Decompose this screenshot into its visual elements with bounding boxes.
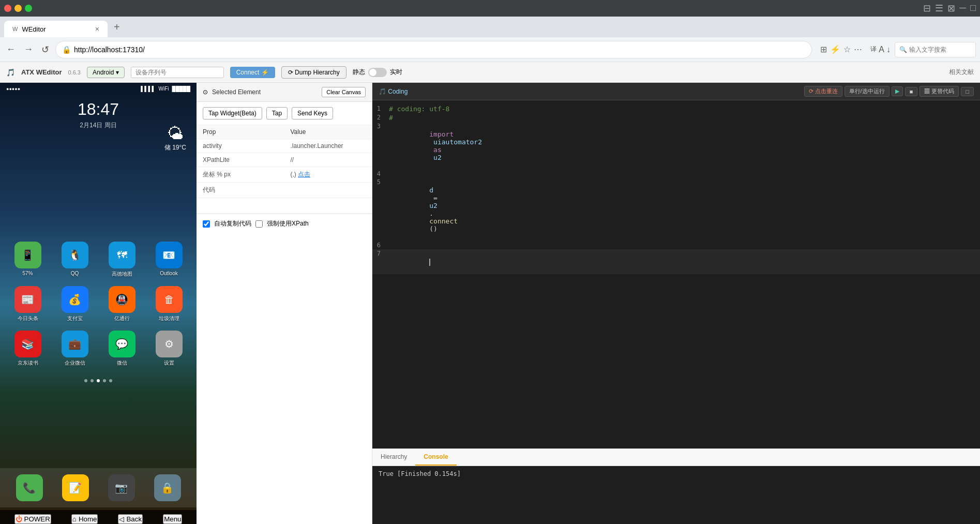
- app-label: 高德地图: [112, 271, 132, 278]
- platform-selector[interactable]: Android ▾: [87, 67, 125, 78]
- line-number: 3: [372, 123, 389, 169]
- phone-time: 18:47: [0, 100, 197, 119]
- tap-btn[interactable]: Tap: [266, 107, 288, 119]
- minimize-window-btn[interactable]: [14, 5, 22, 12]
- list-item[interactable]: ⚙ 设置: [149, 331, 188, 367]
- device-input[interactable]: [131, 67, 224, 78]
- single-run-btn[interactable]: 单行/选中运行: [845, 86, 889, 97]
- back-btn[interactable]: ←: [4, 42, 18, 57]
- var-u2: u2: [429, 202, 438, 209]
- coding-actions: ⟳ 点击重连 单行/选中运行 ▶ ■ ☰ 更替代码 □: [804, 86, 974, 97]
- tab-close-btn[interactable]: ×: [95, 25, 99, 33]
- new-tab-btn[interactable]: +: [110, 19, 124, 35]
- dock-icon: 🔒: [154, 474, 181, 501]
- run-btn[interactable]: ▶: [892, 86, 903, 96]
- line-number: 7: [372, 250, 389, 274]
- tab-hierarchy[interactable]: Hierarchy: [372, 449, 415, 466]
- star-icon[interactable]: ☆: [843, 44, 851, 54]
- list-item[interactable]: 📚 京东读书: [8, 331, 47, 367]
- app-icon-img: 📚: [14, 331, 41, 357]
- click-rerun-btn[interactable]: ⟳ 点击重连: [804, 86, 842, 97]
- app-icon-img: 💰: [62, 286, 88, 313]
- forward-btn[interactable]: →: [22, 42, 35, 57]
- click-link[interactable]: 点击: [298, 171, 310, 178]
- value-header: Value: [284, 125, 372, 139]
- list-item[interactable]: 💬 微信: [102, 331, 141, 367]
- tab-title: WEditor: [22, 25, 46, 33]
- sync-icon[interactable]: ↓: [886, 45, 891, 54]
- list-item[interactable]: 🗺 高德地图: [102, 242, 141, 278]
- auto-copy-checkbox[interactable]: [203, 220, 210, 228]
- tap-widget-btn[interactable]: Tap Widget(Beta): [203, 107, 262, 119]
- replace-code-btn[interactable]: ☰ 更替代码: [919, 86, 959, 97]
- app-label: 亿通行: [114, 315, 130, 322]
- extensions-icon[interactable]: ⊞: [820, 44, 827, 54]
- app-header: 🎵 ATX WEditor 0.6.3 Android ▾ Connect ⚡ …: [0, 62, 980, 83]
- send-keys-btn[interactable]: Send Keys: [292, 107, 333, 119]
- app-icon-img: 📰: [14, 286, 41, 313]
- list-item[interactable]: 🐧 QQ: [55, 242, 94, 278]
- related-docs-link[interactable]: 相关文献: [949, 68, 974, 77]
- power-icon: ⏻: [16, 515, 22, 523]
- signal-icon: ▌▌▌▌: [141, 86, 155, 92]
- home-btn[interactable]: ⌂ Home: [71, 514, 98, 524]
- profile-icon[interactable]: A: [879, 45, 884, 54]
- back-icon: ◁: [119, 515, 124, 523]
- dock-phone[interactable]: 📞: [16, 474, 43, 501]
- right-search-bar[interactable]: 🔍: [895, 42, 976, 57]
- dump-hierarchy-btn[interactable]: ⟳ Dump Hierarchy: [281, 66, 346, 79]
- dock-camera[interactable]: 📷: [108, 474, 135, 501]
- list-item[interactable]: 💼 企业微信: [55, 331, 94, 367]
- stop-btn[interactable]: ■: [905, 87, 918, 96]
- dot-active: [97, 379, 100, 382]
- battery-icon: █████: [172, 86, 190, 92]
- connect-btn[interactable]: Connect ⚡: [230, 67, 275, 78]
- code-editor[interactable]: 1 # coding: utf-8 2 # 3 import uiautomat…: [372, 100, 980, 448]
- clear-canvas-btn[interactable]: Clear Canvas: [322, 87, 366, 97]
- auto-copy-label: 自动复制代码: [214, 219, 251, 228]
- phone-weather: 🌤 储 19°C: [164, 124, 186, 152]
- dock-lock[interactable]: 🔒: [154, 474, 181, 501]
- mode-toggle[interactable]: [368, 68, 387, 77]
- module-name: uiautomator2: [429, 138, 482, 146]
- mode-toggle-container: 静态 实时: [353, 68, 402, 77]
- list-item[interactable]: 💰 支付宝: [55, 286, 94, 322]
- menu-btn[interactable]: Menu: [163, 514, 182, 524]
- phone-status-bar: ●●●●● ▌▌▌▌ WiFi █████: [0, 83, 197, 95]
- list-item[interactable]: 📱 57%: [8, 242, 47, 278]
- app-icon-img: 📧: [156, 242, 183, 268]
- more-icon[interactable]: ⋯: [854, 44, 862, 54]
- maximize-window-btn[interactable]: [25, 5, 32, 12]
- dock-notes[interactable]: 📝: [62, 474, 89, 501]
- list-item[interactable]: 📰 今日头条: [8, 286, 47, 322]
- address-input[interactable]: [74, 46, 805, 54]
- power-label: POWER: [24, 515, 50, 523]
- static-label: 静态: [353, 68, 365, 77]
- phone-screen: ●●●●● ▌▌▌▌ WiFi █████ 18:47 2月14日 周日 🌤 储…: [0, 83, 197, 524]
- list-item[interactable]: 📧 Outlook: [149, 242, 188, 278]
- list-item[interactable]: 🚇 亿通行: [102, 286, 141, 322]
- search-input[interactable]: [909, 46, 971, 53]
- browser-toolbar: ← → ↺ 🔒 ⊞ ⚡ ☆ ⋯ 译 A ↓ 🔍: [0, 37, 980, 62]
- tab-console[interactable]: Console: [415, 449, 456, 466]
- equals: =: [429, 194, 441, 202]
- dock-icon: 📞: [16, 474, 43, 501]
- code-line-2: 2 #: [372, 113, 980, 122]
- reload-btn[interactable]: ↺: [39, 42, 51, 57]
- force-xpath-checkbox[interactable]: [255, 220, 263, 228]
- page-indicator: [0, 379, 197, 382]
- force-xpath-label: 强制使用XPath: [267, 219, 309, 228]
- power-btn[interactable]: ⏻ POWER: [14, 514, 51, 524]
- refresh-icon[interactable]: ⚡: [830, 44, 840, 54]
- prop-xpath: XPathLite: [197, 153, 284, 167]
- active-tab[interactable]: W WEditor ×: [4, 21, 108, 37]
- list-item[interactable]: 🗑 垃圾清理: [149, 286, 188, 322]
- back-nav-btn[interactable]: ◁ Back: [118, 514, 143, 524]
- line-number: 6: [372, 242, 389, 249]
- address-bar-container[interactable]: 🔒: [55, 41, 812, 58]
- weather-temp: 储 19°C: [164, 143, 186, 152]
- app-icon-img: 🐧: [62, 242, 88, 268]
- translate-icon[interactable]: 译: [870, 45, 877, 54]
- extra-btn[interactable]: □: [961, 87, 974, 96]
- close-window-btn[interactable]: [4, 5, 11, 12]
